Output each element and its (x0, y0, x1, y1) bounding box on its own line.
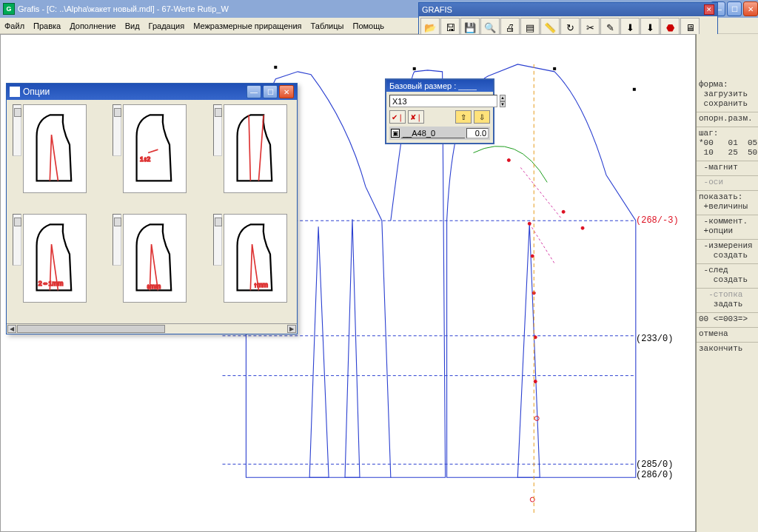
svg-point-9 (534, 416, 539, 420)
rp-stopka[interactable]: -стопка (699, 290, 756, 300)
option-thumb-1[interactable] (23, 104, 87, 193)
rp-forma: форма: (699, 80, 756, 90)
svg-text:↑mm: ↑mm (253, 281, 267, 289)
rp-osi[interactable]: -оси (699, 178, 756, 187)
rp-opcii[interactable]: +опции (699, 226, 756, 236)
option-slider-2[interactable] (113, 104, 121, 156)
rp-zadat[interactable]: задать (699, 300, 756, 309)
rp-zakonchit[interactable]: закончить (699, 344, 756, 354)
app-icon: G (3, 3, 15, 15)
options-maximize[interactable]: ☐ (263, 85, 278, 98)
check-left-button[interactable]: ✔❘ (389, 110, 406, 124)
rp-izmer-create[interactable]: создать (699, 251, 756, 260)
option-slider-1[interactable] (13, 104, 21, 156)
svg-point-11 (562, 210, 565, 213)
rp-sled-create[interactable]: создать (699, 275, 756, 285)
options-window[interactable]: Опции — ☐ ✕ 1↕2 (6, 83, 298, 334)
spin-down-icon[interactable]: ▼ (500, 101, 506, 108)
scroll-left-icon[interactable]: ◀ (7, 325, 16, 333)
option-thumb-3[interactable] (224, 104, 287, 193)
menu-add[interactable]: Дополнение (70, 21, 115, 30)
rp-load[interactable]: загрузить (699, 90, 756, 99)
svg-point-7 (534, 336, 537, 339)
menu-tables[interactable]: Таблицы (311, 21, 344, 30)
option-thumb-4[interactable]: 2↔1mm (23, 214, 87, 303)
menu-file[interactable]: Файл (4, 21, 24, 30)
option-cell-2: 1↕2 (113, 104, 190, 209)
coord-label-c: (285/0) (636, 459, 673, 470)
option-cell-5: ↕mm (113, 214, 190, 319)
base-size-title[interactable]: Базовый размер : ____ (386, 80, 493, 92)
options-scrollbar[interactable]: ◀ ▶ (7, 323, 297, 334)
option-slider-6[interactable] (213, 214, 222, 266)
rp-komm[interactable]: -коммент. (699, 217, 756, 226)
option-thumb-2[interactable]: 1↕2 (123, 104, 187, 193)
svg-rect-18 (633, 88, 636, 91)
rp-sled[interactable]: -след (699, 266, 756, 275)
check-right-button[interactable]: ✘❘ (408, 110, 424, 124)
arrow-down-button[interactable]: ⇩ (474, 110, 490, 124)
svg-point-4 (528, 222, 531, 225)
option-slider-3[interactable] (213, 104, 222, 156)
coord-label-a: (268/-3) (636, 215, 679, 226)
options-minimize[interactable]: — (246, 85, 261, 98)
rp-otmena[interactable]: отмена (699, 329, 756, 339)
menu-edit[interactable]: Правка (33, 21, 61, 30)
menu-grading[interactable]: Градация (149, 21, 185, 30)
option-thumb-6[interactable]: ↑mm (224, 214, 287, 303)
param-checkbox[interactable]: ▣ (391, 129, 400, 138)
option-thumb-5[interactable]: ↕mm (123, 214, 187, 303)
rp-save[interactable]: сохранить (699, 99, 756, 109)
maximize-button[interactable]: ☐ (727, 1, 742, 16)
svg-text:↕mm: ↕mm (147, 283, 161, 290)
toolbar-title: GRAFIS ✕ (419, 3, 717, 16)
svg-rect-15 (274, 66, 277, 69)
svg-point-12 (581, 226, 584, 229)
rp-pokazat: показать: (699, 192, 756, 202)
rp-nav[interactable]: 00 <=003=> (699, 314, 756, 324)
rp-shag: шаг: (699, 129, 756, 138)
rp-oporn[interactable]: опорн.разм. (699, 114, 756, 124)
menu-help[interactable]: Помощь (352, 21, 384, 30)
menu-intersize[interactable]: Межразмерные приращения (193, 21, 301, 30)
svg-rect-16 (413, 67, 416, 70)
size-spinner[interactable]: ▲ ▼ (500, 95, 506, 107)
coord-label-d: (286/0) (636, 470, 673, 480)
scroll-right-icon[interactable]: ▶ (287, 325, 296, 333)
arrow-up-button[interactable]: ⇧ (455, 110, 472, 124)
svg-point-5 (531, 255, 534, 257)
toolbar-close-icon[interactable]: ✕ (704, 4, 714, 15)
right-panel: форма: загрузить сохранить опорн.разм. ш… (696, 34, 758, 532)
svg-rect-17 (553, 67, 556, 70)
options-icon (10, 87, 20, 97)
svg-point-8 (534, 380, 537, 383)
coord-label-b: (233/0) (636, 334, 673, 344)
param-name[interactable]: __A48_0 (401, 129, 465, 138)
rp-step-row2[interactable]: 10 25 50 (699, 148, 756, 158)
svg-point-10 (507, 159, 510, 162)
option-slider-5[interactable] (113, 214, 121, 266)
rp-step-row1[interactable]: *00 01 05 (699, 138, 756, 148)
options-close[interactable]: ✕ (279, 85, 294, 98)
param-value[interactable]: 0.0 (466, 128, 489, 138)
option-cell-3 (213, 104, 291, 209)
base-size-panel[interactable]: Базовый размер : ____ ▲ ▼ ✔❘ ✘❘ ⇧ ⇩ ▣ __… (385, 78, 494, 144)
base-size-input[interactable] (389, 95, 497, 107)
rp-magnit[interactable]: -магнит (699, 163, 756, 172)
options-title-text: Опции (23, 87, 50, 97)
options-titlebar[interactable]: Опции — ☐ ✕ (7, 84, 297, 100)
rp-velichiny[interactable]: +величины (699, 202, 756, 212)
option-cell-4: 2↔1mm (13, 214, 90, 319)
close-button[interactable]: ✕ (743, 1, 758, 16)
toolbar-title-text: GRAFIS (422, 5, 452, 14)
option-cell-6: ↑mm (213, 214, 291, 319)
option-slider-4[interactable] (13, 214, 21, 266)
svg-text:1↕2: 1↕2 (140, 155, 150, 163)
option-cell-1 (13, 104, 90, 209)
options-body: 1↕2 2↔1mm ↕mm ↑mm (7, 100, 297, 323)
rp-izmer[interactable]: -измерения (699, 241, 756, 251)
scroll-thumb[interactable] (17, 325, 165, 333)
spin-up-icon[interactable]: ▲ (500, 95, 506, 101)
svg-text:2↔1mm: 2↔1mm (38, 280, 64, 287)
menu-view[interactable]: Вид (125, 21, 140, 30)
